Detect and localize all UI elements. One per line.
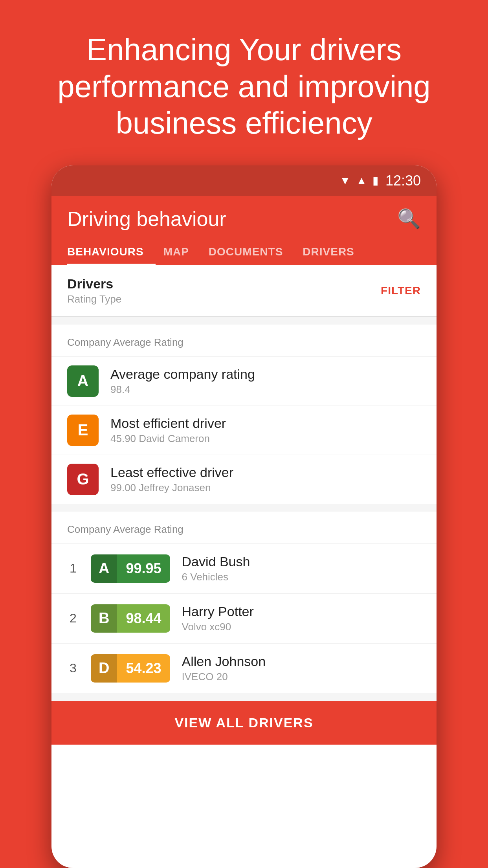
rating-item-least-effective: G Least effective driver 99.00 Jeffrey J… (51, 455, 437, 504)
badge-least: G (67, 464, 99, 495)
rating-item-avg: A Average company rating 98.4 (51, 356, 437, 406)
driver-sub-2: Volvo xc90 (182, 621, 254, 633)
badge-avg: A (67, 365, 99, 397)
rank-1: 1 (67, 561, 79, 576)
app-title: Driving behaviour (67, 207, 226, 231)
app-bar: Driving behaviour 🔍 BEHAVIOURS MAP DOCUM… (51, 196, 437, 265)
filter-label-group: Drivers Rating Type (67, 276, 121, 305)
filter-button[interactable]: FILTER (381, 284, 421, 297)
tab-drivers[interactable]: DRIVERS (303, 239, 366, 265)
tab-bar: BEHAVIOURS MAP DOCUMENTS DRIVERS (67, 239, 421, 265)
driver-ranking-label: Company Average Rating (51, 512, 437, 543)
company-summary-card: Company Average Rating A Average company… (51, 325, 437, 504)
driver-score-1: 99.95 (117, 554, 170, 583)
rating-info-efficient: Most efficient driver 45.90 David Camero… (110, 416, 226, 445)
signal-icon: ▲ (356, 174, 367, 187)
driver-letter-1: A (91, 554, 117, 583)
driver-info-1: David Bush 6 Vehicles (182, 554, 250, 583)
driver-sub-3: IVECO 20 (182, 671, 266, 683)
phone-frame: ▼ ▲ ▮ 12:30 Driving behaviour 🔍 BEHAVIOU… (51, 165, 437, 868)
driver-list-item-1: 1 A 99.95 David Bush 6 Vehicles (51, 543, 437, 593)
efficient-sub: 45.90 David Cameron (110, 433, 226, 445)
driver-list-item-2: 2 B 98.44 Harry Potter Volvo xc90 (51, 593, 437, 643)
driver-score-badge-1: A 99.95 (91, 554, 170, 583)
hero-section: Enhancing Your drivers performance and i… (0, 0, 488, 165)
rating-info-avg: Average company rating 98.4 (110, 367, 255, 396)
driver-name-3: Allen Johnson (182, 654, 266, 669)
driver-letter-2: B (91, 604, 117, 633)
hero-headline: Enhancing Your drivers performance and i… (31, 31, 457, 142)
status-icons: ▼ ▲ ▮ (339, 174, 378, 187)
wifi-icon: ▼ (339, 174, 350, 187)
least-sub: 99.00 Jeffrey Jonasen (110, 482, 233, 494)
driver-score-badge-3: D 54.23 (91, 654, 170, 683)
least-name: Least effective driver (110, 465, 233, 480)
driver-name-2: Harry Potter (182, 604, 254, 619)
driver-list-item-3: 3 D 54.23 Allen Johnson IVECO 20 (51, 643, 437, 693)
driver-name-1: David Bush (182, 554, 250, 569)
tab-documents[interactable]: DOCUMENTS (209, 239, 295, 265)
driver-ranking-card: Company Average Rating 1 A 99.95 David B… (51, 512, 437, 693)
company-summary-label: Company Average Rating (51, 325, 437, 356)
tab-map[interactable]: MAP (163, 239, 201, 265)
avg-sub: 98.4 (110, 384, 255, 396)
filter-row: Drivers Rating Type FILTER (51, 265, 437, 317)
driver-score-badge-2: B 98.44 (91, 604, 170, 633)
driver-info-3: Allen Johnson IVECO 20 (182, 654, 266, 683)
filter-label-main: Drivers (67, 276, 121, 292)
rating-item-most-efficient: E Most efficient driver 45.90 David Came… (51, 406, 437, 455)
rating-info-least: Least effective driver 99.00 Jeffrey Jon… (110, 465, 233, 494)
search-icon[interactable]: 🔍 (397, 208, 421, 230)
view-all-label: VIEW ALL DRIVERS (174, 715, 313, 730)
content-area: Drivers Rating Type FILTER Company Avera… (51, 265, 437, 745)
tab-behaviours[interactable]: BEHAVIOURS (67, 239, 156, 265)
avg-name: Average company rating (110, 367, 255, 382)
status-bar: ▼ ▲ ▮ 12:30 (51, 165, 437, 196)
driver-letter-3: D (91, 654, 117, 683)
driver-score-3: 54.23 (117, 654, 170, 683)
filter-label-sub: Rating Type (67, 293, 121, 305)
driver-sub-1: 6 Vehicles (182, 571, 250, 583)
driver-info-2: Harry Potter Volvo xc90 (182, 604, 254, 633)
rank-2: 2 (67, 611, 79, 626)
rank-3: 3 (67, 661, 79, 675)
badge-efficient: E (67, 415, 99, 446)
efficient-name: Most efficient driver (110, 416, 226, 431)
view-all-button[interactable]: VIEW ALL DRIVERS (51, 701, 437, 745)
status-time: 12:30 (385, 172, 421, 189)
driver-score-2: 98.44 (117, 604, 170, 633)
battery-icon: ▮ (372, 174, 378, 187)
